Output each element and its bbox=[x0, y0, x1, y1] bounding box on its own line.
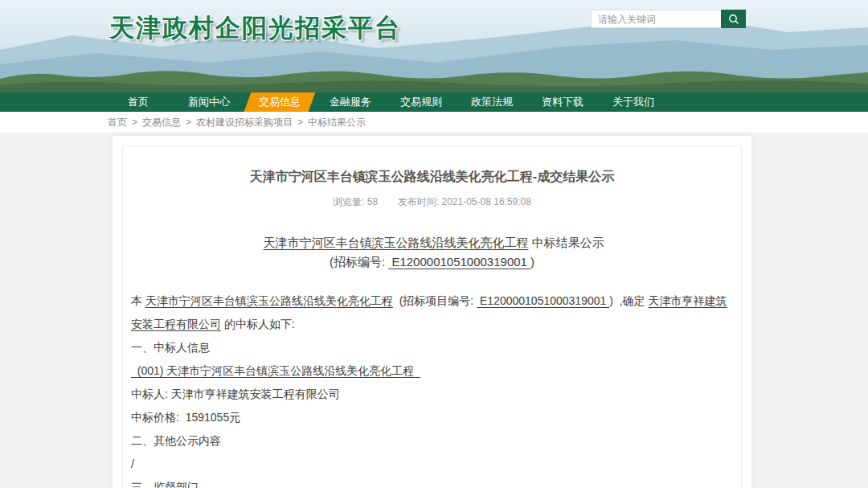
result-heading-line1: 天津市宁河区丰台镇滨玉公路线沿线美化亮化工程 中标结果公示 bbox=[131, 233, 733, 252]
breadcrumb: 首页>交易信息>农村建设招标采购项目>中标结果公示 bbox=[0, 112, 868, 133]
nav-item-trade-rules[interactable]: 交易规则 bbox=[386, 92, 457, 112]
text-segment: 中标人: 天津市亨祥建筑安装工程有限公司 bbox=[131, 388, 340, 400]
article-body: 本 天津市宁河区丰台镇滨玉公路线沿线美化亮化工程 (招标项目编号: E12000… bbox=[131, 289, 733, 488]
content-container: 天津市宁河区丰台镇滨玉公路线沿线美化亮化工程-成交结果公示 浏览量: 58 发布… bbox=[113, 136, 751, 488]
text-segment: (招标项目编号: bbox=[393, 294, 477, 307]
nav-item-policies[interactable]: 政策法规 bbox=[457, 92, 527, 112]
nav-item-finance[interactable]: 金融服务 bbox=[315, 92, 386, 112]
text-segment: 的中标人如下: bbox=[221, 318, 295, 330]
article-line: 一、中标人信息 bbox=[131, 336, 733, 359]
views-count: 58 bbox=[367, 196, 378, 207]
nav-item-label: 交易规则 bbox=[400, 96, 442, 108]
breadcrumb-current: 中标结果公示 bbox=[308, 117, 366, 128]
article-line: 三、监督部门 bbox=[131, 476, 733, 488]
text-segment: 本 bbox=[131, 294, 145, 307]
article-meta: 浏览量: 58 发布时间: 2021-05-08 16:59:08 bbox=[131, 195, 733, 209]
result-heading-line2: (招标编号: E1200001051000319001 ) bbox=[131, 252, 733, 272]
site-banner: 天津政村企阳光招采平台 bbox=[0, 0, 868, 92]
search-button[interactable] bbox=[721, 10, 746, 28]
text-segment: 一、中标人信息 bbox=[131, 341, 210, 354]
result-heading: 天津市宁河区丰台镇滨玉公路线沿线美化亮化工程 中标结果公示 (招标编号: E12… bbox=[131, 233, 733, 272]
breadcrumb-separator: > bbox=[297, 117, 303, 128]
article-line: 本 天津市宁河区丰台镇滨玉公路线沿线美化亮化工程 (招标项目编号: E12000… bbox=[131, 289, 733, 336]
text-segment: 中标价格: 1591055元 bbox=[131, 411, 240, 424]
nav-item-label: 政策法规 bbox=[471, 96, 513, 108]
site-logo-title: 天津政村企阳光招采平台 bbox=[109, 11, 401, 45]
text-segment: E1200001051000319001 bbox=[388, 255, 530, 269]
nav-item-label: 金融服务 bbox=[330, 96, 371, 108]
article-title: 天津市宁河区丰台镇滨玉公路线沿线美化亮化工程-成交结果公示 bbox=[131, 169, 733, 186]
page-background: 天津市宁河区丰台镇滨玉公路线沿线美化亮化工程-成交结果公示 浏览量: 58 发布… bbox=[0, 133, 868, 488]
views-label: 浏览量: bbox=[333, 196, 364, 207]
nav-item-label: 首页 bbox=[128, 96, 149, 108]
article-line: (001) 天津市宁河区丰台镇滨玉公路线沿线美化亮化工程 bbox=[131, 359, 733, 383]
text-segment: (招标编号: bbox=[330, 255, 388, 269]
search-icon bbox=[728, 14, 739, 25]
nav-item-news[interactable]: 新闻中心 bbox=[174, 92, 244, 112]
nav-item-label: 交易信息 bbox=[259, 96, 301, 108]
search-box bbox=[591, 10, 746, 28]
breadcrumb-separator: > bbox=[132, 117, 137, 128]
article-line: 中标人: 天津市亨祥建筑安装工程有限公司 bbox=[131, 383, 733, 406]
breadcrumb-separator: > bbox=[186, 117, 191, 128]
text-segment: ) bbox=[530, 255, 534, 269]
text-segment: 天津市宁河区丰台镇滨玉公路线沿线美化亮化工程 bbox=[264, 236, 529, 249]
breadcrumb-rural-projects[interactable]: 农村建设招标采购项目 bbox=[196, 117, 293, 128]
publish-time: 2021-05-08 16:59:08 bbox=[441, 196, 530, 207]
nav-item-about[interactable]: 关于我们 bbox=[598, 92, 669, 112]
nav-item-label: 关于我们 bbox=[612, 96, 654, 108]
nav-item-label: 资料下载 bbox=[542, 96, 583, 108]
article-panel: 天津市宁河区丰台镇滨玉公路线沿线美化亮化工程-成交结果公示 浏览量: 58 发布… bbox=[122, 146, 742, 488]
text-segment: / bbox=[131, 457, 134, 470]
nav-item-trade-info[interactable]: 交易信息 bbox=[244, 92, 315, 112]
article-line: 二、其他公示内容 bbox=[131, 429, 733, 453]
article-line: / bbox=[131, 453, 733, 476]
text-segment: 天津市宁河区丰台镇滨玉公路线沿线美化亮化工程 bbox=[145, 294, 393, 307]
text-segment: 二、其他公示内容 bbox=[131, 434, 221, 447]
publish-label: 发布时间: bbox=[398, 196, 439, 207]
main-nav: 首页 新闻中心 交易信息 金融服务 交易规则 政策法规 资料下载 关于我们 bbox=[0, 92, 868, 112]
nav-item-label: 新闻中心 bbox=[188, 96, 230, 108]
nav-item-downloads[interactable]: 资料下载 bbox=[527, 92, 598, 112]
text-segment: ) ,确定 bbox=[609, 294, 648, 307]
text-segment: 三、监督部门 bbox=[131, 481, 199, 488]
text-segment: 中标结果公示 bbox=[529, 236, 604, 249]
breadcrumb-home[interactable]: 首页 bbox=[108, 117, 127, 128]
text-segment: (001) 天津市宁河区丰台镇滨玉公路线沿线美化亮化工程 bbox=[131, 364, 420, 377]
nav-item-home[interactable]: 首页 bbox=[103, 92, 174, 112]
search-input[interactable] bbox=[591, 10, 721, 28]
article-line: 中标价格: 1591055元 bbox=[131, 406, 733, 429]
text-segment: E1200001051000319001 bbox=[477, 294, 609, 307]
breadcrumb-trade-info[interactable]: 交易信息 bbox=[142, 117, 181, 128]
